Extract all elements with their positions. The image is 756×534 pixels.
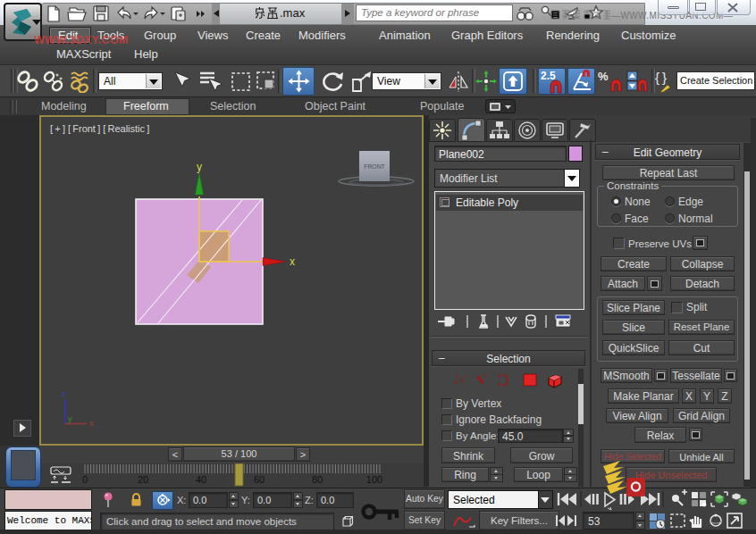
svg-text:0: 0: [82, 474, 88, 485]
svg-text:60: 60: [254, 474, 265, 485]
svg-text:x: x: [290, 255, 295, 268]
svg-text:FRONT: FRONT: [364, 163, 384, 170]
svg-text:100: 100: [366, 474, 382, 485]
svg-text:z: z: [62, 388, 66, 398]
svg-text:x: x: [89, 418, 94, 428]
svg-text:20: 20: [138, 474, 148, 485]
svg-text:80: 80: [312, 474, 323, 485]
svg-text:y: y: [68, 413, 72, 423]
svg-text:[ + ] [ Front ] [ Realistic ]: [ + ] [ Front ] [ Realistic ]: [50, 123, 149, 134]
svg-text:y: y: [197, 161, 202, 173]
svg-text:40: 40: [196, 474, 206, 485]
